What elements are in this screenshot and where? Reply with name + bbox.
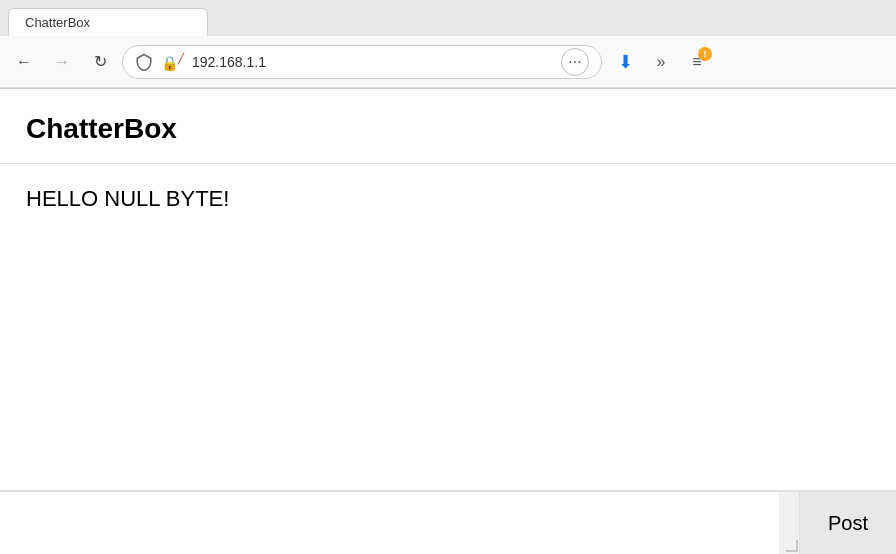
lock-slash-icon: 🔒╱ xyxy=(161,53,184,71)
address-bar-container: 🔒╱ ··· xyxy=(122,45,602,79)
messages-area: HELLO NULL BYTE! xyxy=(0,164,896,491)
reload-icon: ↻ xyxy=(94,52,107,71)
browser-tab[interactable]: ChatterBox xyxy=(8,8,208,36)
browser-nav-bar: ← → ↻ 🔒╱ ··· ⬇ » xyxy=(0,36,896,88)
warning-icon: ! xyxy=(704,49,707,59)
nav-right-buttons: ⬇ » ≡ ! xyxy=(608,45,714,79)
chevron-right-icon: » xyxy=(657,53,666,71)
browser-chrome: ChatterBox ← → ↻ 🔒╱ ··· ⬇ xyxy=(0,0,896,89)
tab-title: ChatterBox xyxy=(25,15,90,30)
input-area: Post xyxy=(0,491,896,554)
browser-tab-bar: ChatterBox xyxy=(0,0,896,36)
reload-button[interactable]: ↻ xyxy=(84,46,116,78)
download-icon: ⬇ xyxy=(618,51,633,73)
ellipsis-button[interactable]: ··· xyxy=(561,48,589,76)
app-title: ChatterBox xyxy=(26,113,870,145)
forward-button[interactable]: → xyxy=(46,46,78,78)
ellipsis-icon: ··· xyxy=(568,53,581,71)
resize-handle-area xyxy=(779,492,799,554)
forward-icon: → xyxy=(54,53,70,71)
page-header: ChatterBox xyxy=(0,89,896,164)
shield-icon xyxy=(135,53,153,71)
back-icon: ← xyxy=(16,53,32,71)
message-item: HELLO NULL BYTE! xyxy=(26,184,870,215)
menu-button[interactable]: ≡ ! xyxy=(680,45,714,79)
chevron-button[interactable]: » xyxy=(644,45,678,79)
post-button[interactable]: Post xyxy=(799,492,896,554)
message-input[interactable] xyxy=(0,492,779,554)
warning-badge: ! xyxy=(698,47,712,61)
address-input[interactable] xyxy=(192,54,553,70)
back-button[interactable]: ← xyxy=(8,46,40,78)
resize-handle-icon xyxy=(786,540,798,552)
download-button[interactable]: ⬇ xyxy=(608,45,642,79)
page-content: ChatterBox HELLO NULL BYTE! Post xyxy=(0,89,896,554)
